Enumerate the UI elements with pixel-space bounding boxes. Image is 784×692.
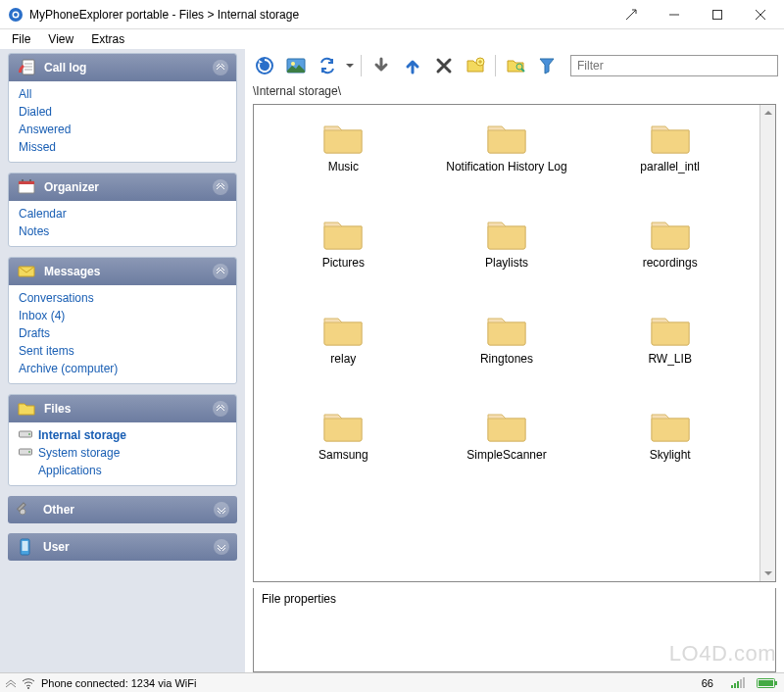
folder-item[interactable]: Notification History Log (438, 119, 575, 173)
search-folder-button[interactable] (502, 52, 529, 79)
sidebar-item-system-storage[interactable]: System storage (19, 446, 226, 460)
folder-item[interactable]: recordings (602, 215, 739, 270)
app-icon (8, 7, 24, 23)
folder-label: parallel_intl (640, 160, 700, 173)
menu-file[interactable]: File (4, 30, 38, 48)
sidebar-item-all[interactable]: All (19, 87, 226, 101)
scroll-up-icon[interactable] (760, 105, 775, 121)
wifi-icon (22, 677, 35, 689)
menu-view[interactable]: View (40, 30, 81, 48)
window-minimize[interactable] (653, 1, 696, 28)
folder-item[interactable]: relay (274, 311, 412, 366)
sync-dropdown[interactable] (345, 62, 355, 70)
sidebar-item-drafts[interactable]: Drafts (19, 326, 226, 340)
panel-header-files[interactable]: Files (9, 395, 236, 422)
folder-label: SimpleScanner (466, 448, 546, 462)
sidebar-item-calendar[interactable]: Calendar (19, 207, 226, 221)
folder-item[interactable]: Ringtones (438, 311, 575, 366)
download-button[interactable] (368, 52, 395, 79)
panel-header-messages[interactable]: Messages (9, 258, 236, 285)
sidebar-item-notes[interactable]: Notes (19, 224, 226, 238)
folder-item[interactable]: SimpleScanner (438, 407, 575, 462)
expand-icon[interactable] (214, 539, 229, 555)
folder-icon (485, 215, 528, 250)
refresh-button[interactable] (251, 52, 278, 79)
folder-item[interactable]: Skylight (602, 407, 739, 462)
sync-button[interactable] (314, 52, 341, 79)
window-edit[interactable] (610, 1, 653, 28)
sync-picture-button[interactable] (282, 52, 310, 79)
folder-icon (321, 407, 365, 442)
sidebar-item-inbox[interactable]: Inbox (4) (19, 309, 226, 322)
folder-icon (649, 119, 692, 154)
folder-icon (485, 119, 528, 154)
collapse-icon[interactable] (213, 60, 228, 75)
panel-header-call-log[interactable]: Call log (9, 54, 236, 81)
status-number: 66 (702, 677, 713, 689)
folder-label: Music (328, 160, 359, 173)
svg-rect-31 (731, 685, 733, 688)
window-close[interactable] (739, 1, 782, 28)
folder-item[interactable]: RW_LIB (602, 311, 739, 366)
folder-item[interactable]: Playlists (438, 215, 575, 270)
svg-point-19 (28, 451, 30, 453)
window-title: MyPhoneExplorer portable - Files > Inter… (29, 8, 610, 22)
menu-extras[interactable]: Extras (83, 30, 132, 48)
svg-rect-12 (19, 181, 34, 184)
svg-rect-32 (734, 683, 736, 688)
sidebar-item-internal-storage[interactable]: Internal storage (19, 428, 226, 442)
delete-button[interactable] (430, 52, 458, 79)
scrollbar[interactable] (760, 105, 775, 581)
folder-item[interactable]: Music (274, 119, 412, 173)
panel-header-other[interactable]: Other (8, 496, 237, 523)
svg-point-13 (22, 179, 24, 181)
sidebar-item-applications[interactable]: Applications (19, 464, 226, 477)
filter-button[interactable] (533, 52, 561, 79)
folder-item[interactable]: parallel_intl (602, 119, 739, 173)
sidebar-item-label: System storage (38, 446, 120, 460)
sidebar-item-dialed[interactable]: Dialed (19, 105, 226, 119)
new-folder-button[interactable] (462, 52, 489, 79)
expand-icon[interactable] (214, 502, 229, 518)
folder-item[interactable]: Pictures (274, 215, 412, 270)
panel-title: User (43, 540, 206, 554)
folder-icon (485, 407, 528, 442)
sidebar-item-conversations[interactable]: Conversations (19, 291, 226, 305)
panel-title: Call log (44, 61, 205, 74)
menubar: File View Extras (0, 29, 784, 49)
panel-call-log: Call log All Dialed Answered Missed (8, 53, 237, 163)
upload-button[interactable] (399, 52, 426, 79)
window-maximize[interactable] (696, 1, 739, 28)
file-grid[interactable]: MusicNotification History Logparallel_in… (254, 105, 760, 581)
file-area: MusicNotification History Logparallel_in… (253, 104, 776, 582)
panel-messages: Messages Conversations Inbox (4) Drafts … (8, 257, 237, 384)
panel-header-organizer[interactable]: Organizer (9, 173, 236, 201)
folder-label: recordings (643, 256, 698, 270)
svg-rect-38 (759, 680, 773, 686)
collapse-icon[interactable] (213, 264, 228, 279)
sidebar-item-missed[interactable]: Missed (19, 140, 226, 154)
svg-point-14 (29, 179, 31, 181)
folder-icon (649, 215, 692, 250)
drive-icon (19, 429, 32, 441)
folder-icon (321, 119, 365, 154)
sidebar-item-answered[interactable]: Answered (19, 123, 226, 136)
svg-rect-34 (740, 679, 742, 688)
organizer-icon (17, 178, 36, 196)
filter-input[interactable] (570, 55, 778, 76)
folder-label: Samsung (318, 448, 368, 462)
chevron-down-icon[interactable] (6, 678, 16, 688)
svg-rect-23 (23, 541, 28, 551)
folder-icon (649, 407, 692, 442)
sidebar-item-sent[interactable]: Sent items (19, 344, 226, 358)
folder-label: relay (330, 352, 356, 366)
folder-icon (649, 311, 692, 346)
collapse-icon[interactable] (213, 401, 228, 417)
folder-item[interactable]: Samsung (274, 407, 412, 462)
sidebar-item-archive[interactable]: Archive (computer) (19, 362, 226, 375)
panel-header-user[interactable]: User (8, 533, 237, 561)
main: \Internal storage\ MusicNotification His… (245, 49, 784, 672)
collapse-icon[interactable] (213, 179, 228, 195)
scroll-down-icon[interactable] (760, 566, 775, 581)
file-properties: File properties (253, 588, 776, 672)
